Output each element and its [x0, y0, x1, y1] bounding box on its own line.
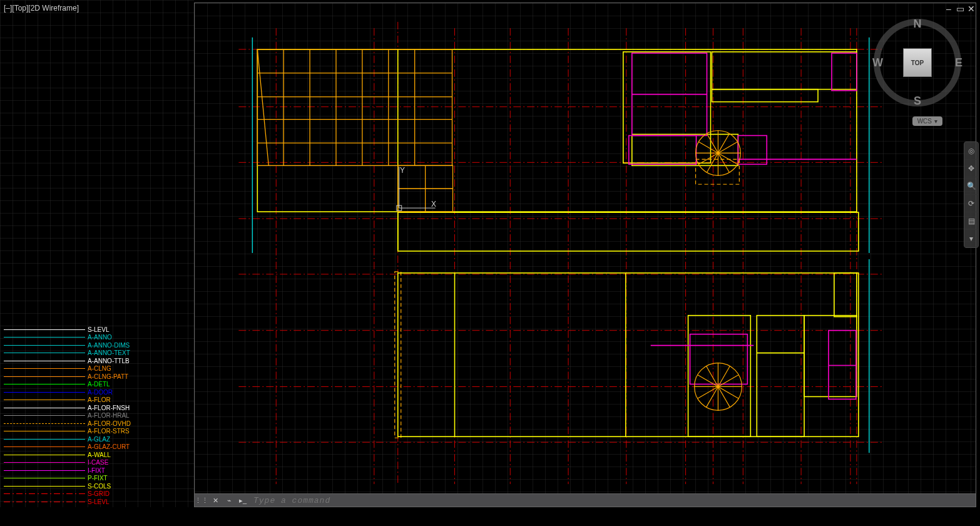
layer-row[interactable]: I-FIXT	[4, 467, 131, 475]
layer-row[interactable]: A-GLAZ	[4, 435, 131, 443]
nav-zoom-button[interactable]: 🔍	[964, 177, 978, 195]
layer-swatch	[4, 478, 85, 478]
layer-row[interactable]: A-CLNG	[4, 365, 131, 373]
layer-row[interactable]: A-ANNO-DIMS	[4, 341, 131, 349]
command-close-button[interactable]: ✕	[209, 495, 222, 506]
layer-name-label: I-FIXT	[88, 467, 105, 474]
layer-swatch	[4, 400, 85, 400]
layer-name-label: S-LEVL	[88, 498, 109, 505]
compass-n[interactable]: N	[914, 18, 922, 31]
nav-pan-button[interactable]: ✥	[964, 160, 978, 177]
compass-e[interactable]: E	[955, 56, 962, 70]
svg-rect-74	[834, 273, 857, 317]
layer-legend: S-LEVLA-ANNOA-ANNO-DIMSA-ANNO-TEXTA-ANNO…	[4, 326, 131, 506]
svg-line-42	[257, 49, 268, 166]
layer-name-label: A-DETL	[88, 381, 110, 388]
layer-swatch	[4, 353, 85, 353]
wcs-selector[interactable]: WCS ▾	[912, 116, 942, 126]
layer-swatch	[4, 455, 85, 455]
layer-name-label: A-FLOR-FNSH	[88, 405, 130, 411]
layer-name-label: S-GRID	[88, 490, 110, 497]
layer-row[interactable]: A-ANNO	[4, 334, 131, 342]
maximize-button[interactable]: ▭	[955, 4, 965, 14]
layer-swatch	[4, 337, 85, 338]
layer-row[interactable]: A-DOOR	[4, 388, 131, 396]
layer-name-label: A-GLAZ	[88, 436, 110, 443]
viewcube-top-face[interactable]: TOP	[903, 48, 932, 77]
layer-swatch	[4, 345, 85, 346]
layer-swatch	[4, 502, 85, 502]
layer-row[interactable]: S-COLS	[4, 482, 131, 490]
layer-swatch	[4, 408, 85, 408]
nav-showmotion-button[interactable]: ▤	[964, 212, 978, 230]
layer-swatch	[4, 462, 85, 463]
layer-swatch	[4, 361, 85, 361]
command-history-button[interactable]: ▸_	[237, 495, 249, 506]
layer-name-label: A-ANNO-DIMS	[88, 342, 130, 349]
svg-rect-24	[257, 49, 857, 212]
compass-w[interactable]: W	[872, 56, 883, 70]
nav-orbit-button[interactable]: ⟳	[964, 195, 978, 212]
layer-name-label: A-FLOR-OVHD	[88, 420, 131, 427]
svg-rect-76	[829, 331, 856, 400]
svg-rect-50	[629, 135, 697, 164]
layer-swatch	[4, 368, 85, 369]
layer-row[interactable]: P-FIXT	[4, 475, 131, 483]
layer-row[interactable]: A-ANNO-TTLB	[4, 357, 131, 365]
compass-s[interactable]: S	[914, 95, 921, 108]
layer-name-label: A-ANNO-TTLB	[88, 358, 130, 364]
svg-rect-67	[398, 273, 859, 436]
layer-row[interactable]: A-WALL	[4, 451, 131, 459]
nav-expand-button[interactable]: ▾	[964, 230, 978, 247]
viewcube[interactable]: N S E W TOP	[874, 19, 961, 106]
layer-swatch	[4, 470, 85, 471]
layer-swatch	[4, 439, 85, 440]
svg-rect-26	[398, 212, 859, 251]
layer-row[interactable]: A-FLOR-HRAL	[4, 412, 131, 420]
layer-name-label: A-FLOR-STRS	[88, 428, 130, 435]
layer-name-label: A-DOOR	[88, 389, 113, 396]
drawing-viewport[interactable]: X Y	[194, 3, 976, 503]
svg-rect-28	[712, 52, 856, 90]
layer-row[interactable]: S-LEVL	[4, 498, 131, 506]
nav-wheel-button[interactable]: ◎	[964, 142, 978, 160]
svg-rect-27	[623, 52, 711, 163]
layer-name-label: A-FLOR-HRAL	[88, 412, 130, 419]
svg-rect-30	[632, 134, 738, 165]
layer-swatch	[4, 384, 85, 384]
layer-name-label: I-CASE	[88, 459, 108, 466]
layer-swatch	[4, 415, 85, 416]
layer-row[interactable]: A-FLOR-STRS	[4, 428, 131, 436]
chevron-down-icon: ▾	[934, 118, 937, 125]
layer-row[interactable]: I-CASE	[4, 459, 131, 467]
svg-rect-53	[832, 53, 857, 91]
layer-row[interactable]: A-DETL	[4, 381, 131, 389]
layer-row[interactable]: A-ANNO-TEXT	[4, 349, 131, 358]
ucs-x-label: X	[431, 200, 436, 209]
command-customize-button[interactable]: ⌁	[223, 495, 235, 506]
svg-rect-29	[712, 90, 818, 102]
layer-row[interactable]: A-FLOR-FNSH	[4, 404, 131, 412]
viewport-label[interactable]: [–][Top][2D Wireframe]	[4, 4, 79, 13]
layer-name-label: S-COLS	[88, 483, 111, 490]
layer-row[interactable]: A-FLOR-OVHD	[4, 420, 131, 428]
layer-swatch	[4, 329, 85, 330]
close-button[interactable]: ✕	[966, 4, 976, 14]
layer-row[interactable]: A-FLOR	[4, 396, 131, 405]
layer-name-label: A-ANNO	[88, 334, 112, 341]
ucs-y-label: Y	[400, 166, 405, 175]
command-input[interactable]	[250, 496, 976, 505]
svg-rect-75	[690, 334, 748, 384]
minimize-button[interactable]: –	[944, 4, 954, 14]
layer-swatch	[4, 493, 85, 494]
layer-swatch	[4, 446, 85, 447]
layer-row[interactable]: S-GRID	[4, 490, 131, 498]
layer-row[interactable]: S-LEVL	[4, 326, 131, 334]
layer-name-label: A-CLNG	[88, 365, 111, 372]
layer-row[interactable]: A-GLAZ-CURT	[4, 443, 131, 451]
layer-row[interactable]: A-CLNG-PATT	[4, 373, 131, 381]
layer-name-label: A-FLOR	[88, 396, 111, 403]
command-grip-icon[interactable]: ⋮⋮	[195, 495, 208, 506]
svg-rect-31	[257, 49, 452, 166]
svg-rect-51	[738, 135, 767, 164]
